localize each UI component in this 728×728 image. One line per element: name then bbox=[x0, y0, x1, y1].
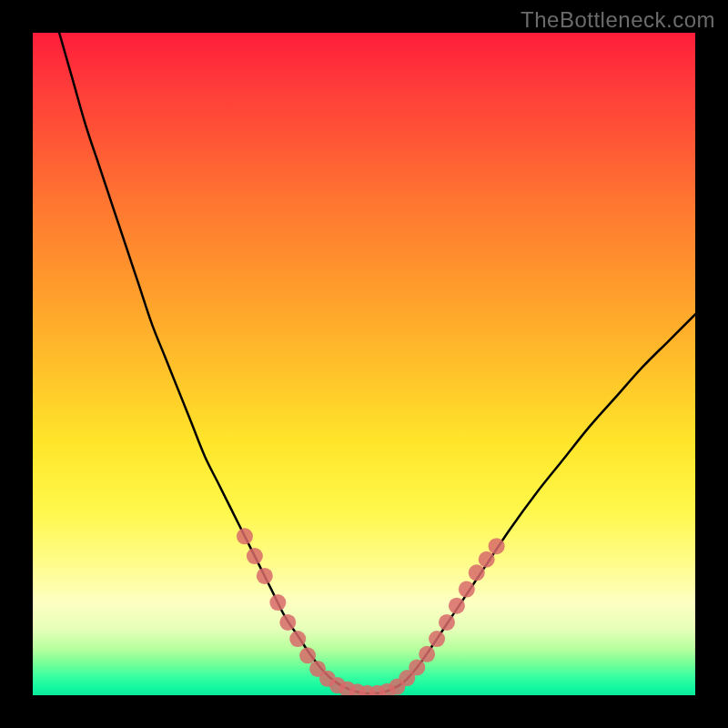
data-marker bbox=[459, 581, 475, 598]
data-marker bbox=[279, 614, 296, 631]
data-marker bbox=[419, 646, 435, 662]
watermark-text: TheBottleneck.com bbox=[521, 7, 715, 33]
data-marker bbox=[479, 551, 495, 568]
chart-frame: TheBottleneck.com bbox=[0, 0, 728, 728]
data-marker bbox=[247, 548, 263, 564]
data-marker bbox=[409, 659, 425, 675]
data-marker bbox=[269, 594, 286, 611]
data-marker bbox=[489, 538, 505, 554]
data-marker bbox=[449, 598, 465, 614]
data-marker bbox=[429, 631, 445, 647]
data-marker bbox=[257, 568, 273, 584]
data-marker bbox=[289, 631, 306, 647]
plot-area bbox=[33, 33, 695, 695]
data-marker bbox=[299, 647, 316, 663]
data-marker bbox=[237, 528, 253, 544]
curve-layer bbox=[33, 33, 695, 695]
data-marker bbox=[469, 564, 485, 581]
bottleneck-curve bbox=[59, 33, 695, 693]
data-marker bbox=[439, 614, 455, 631]
